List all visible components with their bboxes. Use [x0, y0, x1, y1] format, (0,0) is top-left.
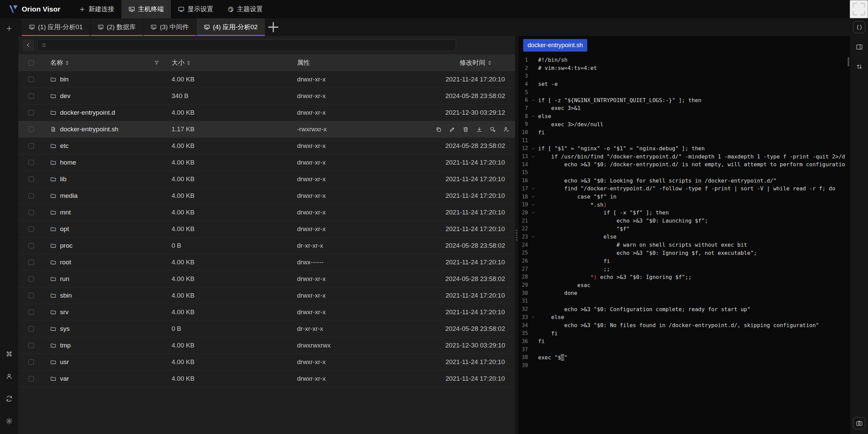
- sync-button[interactable]: [3, 393, 15, 405]
- fold-toggle-icon[interactable]: [528, 203, 538, 207]
- camera-button[interactable]: [853, 417, 865, 429]
- table-row[interactable]: proc 0 B dr-xr-xr-x 2024-05-28 23:58:02: [18, 238, 515, 254]
- row-checkbox[interactable]: [28, 326, 34, 332]
- table-row[interactable]: usr 4.00 KB drwxr-xr-x 2021-11-24 17:20:…: [18, 354, 515, 371]
- table-row[interactable]: run 4.00 KB drwxr-xr-x 2024-05-28 23:58:…: [18, 271, 515, 287]
- menu-item-display-settings[interactable]: 显示设置: [171, 0, 220, 18]
- fullscreen-button[interactable]: [850, 0, 868, 18]
- fold-toggle-icon[interactable]: [528, 186, 538, 191]
- terminal-tab[interactable]: (2) 数据库: [91, 18, 143, 36]
- editor-scrollbar[interactable]: [848, 57, 849, 67]
- menu-item-host-terminal[interactable]: 主机终端: [121, 0, 171, 18]
- row-checkbox[interactable]: [28, 276, 34, 282]
- row-mtime: 2021-11-24 17:20:10: [435, 175, 515, 183]
- row-checkbox[interactable]: [28, 309, 34, 315]
- fold-toggle-icon[interactable]: [528, 210, 538, 215]
- braces-button[interactable]: [853, 21, 865, 33]
- table-row[interactable]: root 4.00 KB drwx------ 2021-11-24 17:20…: [18, 254, 515, 271]
- code-line: 18 case "$f" in: [518, 193, 850, 201]
- terminal-tab[interactable]: (1) 应用-分析01: [22, 18, 90, 36]
- row-checkbox[interactable]: [28, 93, 34, 99]
- size-sort-control[interactable]: [187, 61, 190, 65]
- table-row[interactable]: var 4.00 KB drwxr-xr-x 2021-11-24 17:20:…: [18, 371, 515, 387]
- back-button[interactable]: [22, 39, 34, 51]
- row-checkbox[interactable]: [28, 260, 34, 265]
- panel-splitter[interactable]: [515, 36, 518, 434]
- table-row[interactable]: sbin 4.00 KB drwxr-xr-x 2021-11-24 17:20…: [18, 287, 515, 304]
- folder-icon: [50, 76, 56, 82]
- delete-icon[interactable]: [462, 126, 469, 133]
- fold-toggle-icon[interactable]: [528, 146, 538, 151]
- table-row[interactable]: home 4.00 KB drwxr-xr-x 2021-11-24 17:20…: [18, 154, 515, 171]
- row-checkbox[interactable]: [28, 127, 34, 132]
- fold-toggle-icon[interactable]: [528, 154, 538, 159]
- filter-icon[interactable]: [154, 60, 159, 65]
- row-checkbox[interactable]: [28, 343, 34, 348]
- fold-toggle-icon[interactable]: [528, 98, 538, 102]
- row-checkbox[interactable]: [28, 176, 34, 182]
- plus-button[interactable]: [3, 22, 15, 35]
- download-icon[interactable]: [476, 126, 482, 133]
- table-row[interactable]: bin 4.00 KB drwxr-xr-x 2021-11-24 17:20:…: [18, 71, 515, 88]
- table-row[interactable]: lib 4.00 KB drwxr-xr-x 2021-11-24 17:20:…: [18, 171, 515, 188]
- table-row[interactable]: opt 4.00 KB drwxr-xr-x 2021-11-24 17:20:…: [18, 221, 515, 238]
- row-checkbox[interactable]: [28, 376, 34, 381]
- line-number: 4: [518, 81, 528, 87]
- table-row[interactable]: docker-entrypoint.sh 1.17 KB -rwxrwxr-x: [18, 121, 515, 138]
- copy-icon[interactable]: [435, 126, 442, 133]
- line-number: 8: [518, 113, 528, 119]
- topbar-menu: 新建连接 主机终端 显示设置 主题设置: [72, 0, 270, 18]
- path-input[interactable]: [37, 39, 456, 51]
- new-tab-button[interactable]: [265, 18, 281, 36]
- move-icon[interactable]: [490, 126, 496, 133]
- menu-item-new-connection[interactable]: 新建连接: [72, 0, 121, 18]
- table-row[interactable]: dev 340 B drwxr-xr-x 2024-05-28 23:58:02: [18, 88, 515, 105]
- row-checkbox[interactable]: [28, 193, 34, 199]
- fold-toggle-icon[interactable]: [528, 234, 538, 239]
- row-checkbox[interactable]: [28, 210, 34, 215]
- row-checkbox[interactable]: [28, 160, 34, 165]
- table-row[interactable]: media 4.00 KB drwxr-xr-x 2021-11-24 17:2…: [18, 188, 515, 204]
- terminal-tab[interactable]: (4) 应用-分析02: [197, 18, 265, 36]
- table-row[interactable]: etc 4.00 KB drwxr-xr-x 2024-05-28 23:58:…: [18, 138, 515, 154]
- row-name: etc: [44, 142, 167, 150]
- swap-button[interactable]: [853, 60, 865, 73]
- line-number: 24: [518, 242, 528, 248]
- select-all-checkbox[interactable]: [28, 60, 34, 65]
- layout-button[interactable]: [853, 41, 865, 53]
- row-checkbox[interactable]: [28, 359, 34, 365]
- fold-toggle-icon[interactable]: [528, 315, 538, 319]
- folder-icon: [50, 159, 56, 166]
- permission-icon[interactable]: [503, 126, 510, 133]
- table-row[interactable]: docker-entrypoint.d 4.00 KB drwxr-xr-x 2…: [18, 105, 515, 121]
- terminal-tab[interactable]: (3) 中间件: [143, 18, 196, 36]
- mtime-sort-control[interactable]: [488, 61, 491, 65]
- name-sort-control[interactable]: [66, 61, 68, 65]
- fold-toggle-icon[interactable]: [528, 194, 538, 199]
- row-checkbox[interactable]: [28, 243, 34, 248]
- table-row[interactable]: tmp 4.00 KB drwxrwxrwx 2021-12-30 03:29:…: [18, 337, 515, 354]
- code-line: 27 ;;: [518, 265, 850, 273]
- path-input-field[interactable]: [49, 42, 452, 49]
- edit-icon[interactable]: [449, 126, 455, 133]
- settings-button[interactable]: [3, 415, 15, 427]
- row-checkbox[interactable]: [28, 143, 34, 149]
- row-actions: [435, 126, 515, 133]
- folder-icon: [50, 176, 56, 182]
- row-checkbox[interactable]: [28, 226, 34, 232]
- command-button[interactable]: [3, 348, 15, 360]
- app-logo: Orion Visor: [0, 0, 68, 18]
- fold-toggle-icon[interactable]: [528, 114, 538, 118]
- editor-file-tab[interactable]: docker-entrypoint.sh: [523, 39, 587, 52]
- table-row[interactable]: mnt 4.00 KB drwxr-xr-x 2021-11-24 17:20:…: [18, 204, 515, 221]
- folder-icon: [50, 226, 56, 232]
- plus-icon: [79, 6, 85, 13]
- row-checkbox[interactable]: [28, 77, 34, 82]
- row-checkbox[interactable]: [28, 110, 34, 115]
- row-checkbox[interactable]: [28, 293, 34, 298]
- table-row[interactable]: srv 4.00 KB drwxr-xr-x 2021-11-24 17:20:…: [18, 304, 515, 321]
- user-button[interactable]: [3, 370, 15, 382]
- code-line: 3: [518, 72, 850, 80]
- menu-item-theme-settings[interactable]: 主题设置: [220, 0, 270, 18]
- table-row[interactable]: sys 0 B dr-xr-xr-x 2024-05-28 23:58:02: [18, 321, 515, 337]
